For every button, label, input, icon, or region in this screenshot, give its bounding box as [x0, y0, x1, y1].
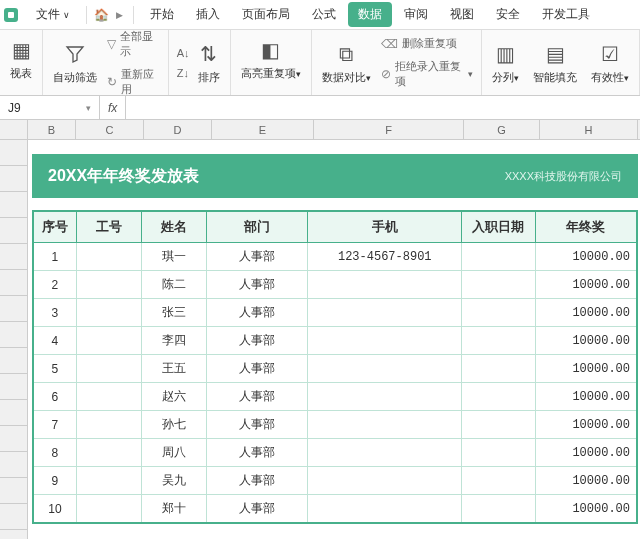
- cell[interactable]: [462, 327, 536, 355]
- cell[interactable]: 10: [33, 495, 76, 524]
- cell[interactable]: [308, 271, 462, 299]
- fx-icon[interactable]: fx: [100, 96, 126, 119]
- cell[interactable]: 人事部: [206, 327, 308, 355]
- chevron-icon[interactable]: ▶: [111, 10, 127, 20]
- cells-area[interactable]: 20XX年年终奖发放表 XXXX科技股份有限公司 序号工号姓名部门手机入职日期年…: [28, 140, 640, 539]
- cell[interactable]: [462, 495, 536, 524]
- cell[interactable]: [308, 411, 462, 439]
- cell[interactable]: 人事部: [206, 383, 308, 411]
- tab-start[interactable]: 开始: [140, 2, 184, 27]
- cell[interactable]: 李四: [141, 327, 206, 355]
- cell[interactable]: 6: [33, 383, 76, 411]
- cell[interactable]: [76, 439, 141, 467]
- cell[interactable]: [76, 299, 141, 327]
- cell[interactable]: 9: [33, 467, 76, 495]
- cell[interactable]: 郑十: [141, 495, 206, 524]
- cell[interactable]: [76, 243, 141, 271]
- cell[interactable]: [462, 467, 536, 495]
- cell[interactable]: [308, 383, 462, 411]
- col-header[interactable]: H: [540, 120, 638, 139]
- row-header[interactable]: [0, 192, 28, 218]
- cell[interactable]: 1: [33, 243, 76, 271]
- cell[interactable]: 王五: [141, 355, 206, 383]
- cell[interactable]: [308, 327, 462, 355]
- cell[interactable]: 10000.00: [535, 355, 637, 383]
- cell[interactable]: [308, 467, 462, 495]
- name-box[interactable]: J9▾: [0, 96, 100, 119]
- cell[interactable]: [462, 439, 536, 467]
- cell[interactable]: [76, 327, 141, 355]
- compare-button[interactable]: ⧉ 数据对比▾: [320, 38, 373, 87]
- cell[interactable]: [462, 383, 536, 411]
- row-header[interactable]: [0, 400, 28, 426]
- cell[interactable]: [76, 411, 141, 439]
- row-header[interactable]: [0, 166, 28, 192]
- tab-data[interactable]: 数据: [348, 2, 392, 27]
- cell[interactable]: [462, 243, 536, 271]
- col-header[interactable]: F: [314, 120, 464, 139]
- cell[interactable]: 张三: [141, 299, 206, 327]
- cell[interactable]: 人事部: [206, 355, 308, 383]
- tab-security[interactable]: 安全: [486, 2, 530, 27]
- cell[interactable]: [308, 495, 462, 524]
- cell[interactable]: 10000.00: [535, 327, 637, 355]
- tab-review[interactable]: 审阅: [394, 2, 438, 27]
- cell[interactable]: 人事部: [206, 411, 308, 439]
- cell[interactable]: 10000.00: [535, 411, 637, 439]
- cell[interactable]: [462, 271, 536, 299]
- cell[interactable]: 10000.00: [535, 271, 637, 299]
- cell[interactable]: 7: [33, 411, 76, 439]
- select-all[interactable]: [0, 120, 28, 139]
- tab-file[interactable]: 文件 ∨: [26, 2, 80, 27]
- pivot-button[interactable]: ▦ 视表: [8, 34, 34, 83]
- col-header[interactable]: C: [76, 120, 144, 139]
- cell[interactable]: [462, 411, 536, 439]
- row-header[interactable]: [0, 426, 28, 452]
- cell[interactable]: 5: [33, 355, 76, 383]
- row-header[interactable]: [0, 296, 28, 322]
- tab-layout[interactable]: 页面布局: [232, 2, 300, 27]
- cell[interactable]: [308, 299, 462, 327]
- cell[interactable]: 2: [33, 271, 76, 299]
- cell[interactable]: [308, 439, 462, 467]
- row-header[interactable]: [0, 348, 28, 374]
- row-header[interactable]: [0, 140, 28, 166]
- sort-asc-button[interactable]: A↓: [177, 45, 190, 61]
- showall-button[interactable]: ▽全部显示: [107, 27, 160, 61]
- row-header[interactable]: [0, 530, 28, 539]
- row-header[interactable]: [0, 218, 28, 244]
- cell[interactable]: 周八: [141, 439, 206, 467]
- cell[interactable]: 10000.00: [535, 495, 637, 524]
- cell[interactable]: 3: [33, 299, 76, 327]
- cell[interactable]: 10000.00: [535, 299, 637, 327]
- home-icon[interactable]: 🏠: [93, 8, 109, 22]
- cell[interactable]: 10000.00: [535, 467, 637, 495]
- cell[interactable]: 陈二: [141, 271, 206, 299]
- filter-button[interactable]: 自动筛选: [51, 38, 99, 87]
- cell[interactable]: [76, 355, 141, 383]
- cell[interactable]: 10000.00: [535, 439, 637, 467]
- highlight-dup-button[interactable]: ◧ 高亮重复项▾: [239, 34, 303, 83]
- cell[interactable]: [76, 383, 141, 411]
- tab-view[interactable]: 视图: [440, 2, 484, 27]
- cell[interactable]: 赵六: [141, 383, 206, 411]
- col-header[interactable]: B: [28, 120, 76, 139]
- row-header[interactable]: [0, 504, 28, 530]
- remove-dup-button[interactable]: ⌫删除重复项: [381, 34, 473, 53]
- col-header[interactable]: D: [144, 120, 212, 139]
- tab-dev[interactable]: 开发工具: [532, 2, 600, 27]
- cell[interactable]: 吴九: [141, 467, 206, 495]
- cell[interactable]: 孙七: [141, 411, 206, 439]
- cell[interactable]: 人事部: [206, 299, 308, 327]
- cell[interactable]: [76, 271, 141, 299]
- cell[interactable]: [462, 299, 536, 327]
- tab-insert[interactable]: 插入: [186, 2, 230, 27]
- cell[interactable]: 10000.00: [535, 383, 637, 411]
- cell[interactable]: 人事部: [206, 243, 308, 271]
- cell[interactable]: 琪一: [141, 243, 206, 271]
- row-header[interactable]: [0, 322, 28, 348]
- reject-dup-button[interactable]: ⊘拒绝录入重复项▾: [381, 57, 473, 91]
- fill-button[interactable]: ▤ 智能填充: [531, 38, 579, 87]
- cell[interactable]: 人事部: [206, 439, 308, 467]
- cell[interactable]: 人事部: [206, 495, 308, 524]
